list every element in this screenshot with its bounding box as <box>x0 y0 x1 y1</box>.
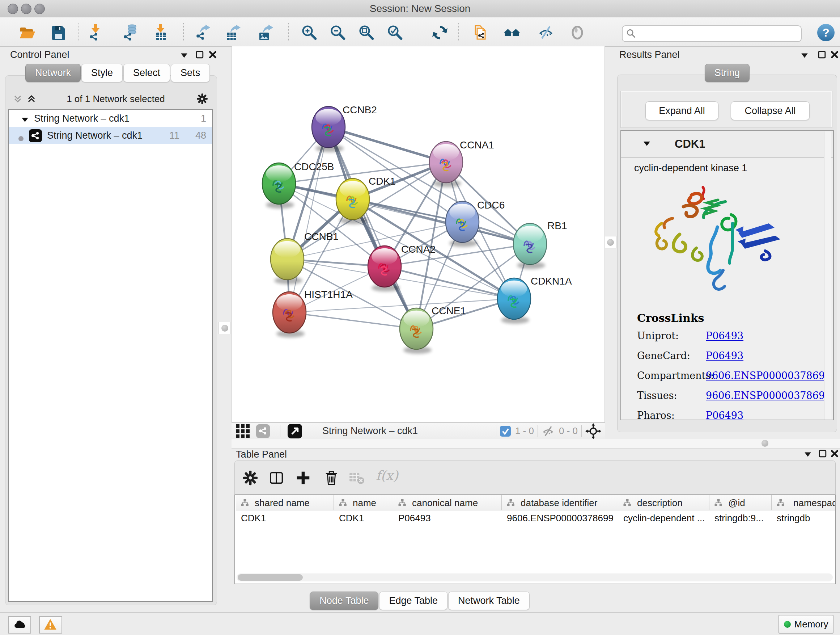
zoom-out-icon[interactable] <box>328 22 348 43</box>
show-all-icon[interactable] <box>567 22 587 43</box>
edge[interactable] <box>289 312 416 329</box>
cell[interactable]: cyclin-dependent ... <box>623 513 705 524</box>
new-network-selection-icon[interactable] <box>471 22 491 43</box>
column-header-canonical-name[interactable]: canonical name <box>393 495 502 510</box>
cell[interactable]: stringdb <box>777 513 810 524</box>
open-session-icon[interactable] <box>17 22 37 43</box>
node-RB1[interactable] <box>513 223 546 269</box>
collapse-all-icon[interactable] <box>14 95 22 103</box>
cell[interactable]: P06493 <box>398 513 431 524</box>
tab-sets[interactable]: Sets <box>171 64 210 82</box>
panel-float-icon[interactable] <box>819 450 827 458</box>
search-box[interactable] <box>622 25 802 42</box>
collapse-all-button[interactable]: Collapse All <box>731 101 810 120</box>
edge[interactable] <box>328 127 446 162</box>
results-section: CDK1 cyclin-dependent kinase 1 <box>621 130 834 420</box>
panel-close-icon[interactable] <box>209 51 217 59</box>
tab-select[interactable]: Select <box>123 64 170 82</box>
column-header-shared-name[interactable]: shared name <box>236 495 334 510</box>
node-CCNA2[interactable] <box>368 246 401 291</box>
crosslink-value[interactable]: P06493 <box>706 330 744 341</box>
hide-selection-icon[interactable] <box>536 22 556 43</box>
crosslink-value[interactable]: P06493 <box>706 350 744 361</box>
horizontal-splitter[interactable] <box>232 439 840 448</box>
crosshair-icon[interactable] <box>585 423 601 439</box>
network-row-selected[interactable]: String Network – cdk1 11 48 <box>9 127 212 144</box>
edge[interactable] <box>385 266 514 299</box>
import-network-database-icon[interactable] <box>120 22 141 43</box>
gear-icon[interactable] <box>242 470 259 486</box>
add-column-icon[interactable] <box>295 470 311 486</box>
crosslink-value[interactable]: 9606.ENSP00000378699 <box>706 390 831 401</box>
open-in-window-icon[interactable] <box>287 424 302 439</box>
column-header-namespace[interactable]: namespace <box>772 495 836 510</box>
warning-icon[interactable] <box>39 616 62 633</box>
cell[interactable]: 9606.ENSP00000378699 <box>507 513 614 524</box>
expand-all-button[interactable]: Expand All <box>645 101 718 120</box>
crosslink-value[interactable]: 9606.ENSP00000378699 <box>706 370 831 381</box>
help-icon[interactable]: ? <box>817 24 835 41</box>
cell[interactable]: CDK1 <box>339 513 364 524</box>
tab-string[interactable]: String <box>705 64 750 82</box>
zoom-in-icon[interactable] <box>299 22 319 43</box>
tab-style[interactable]: Style <box>81 64 123 82</box>
trash-icon[interactable] <box>323 470 340 486</box>
tab-network[interactable]: Network <box>25 64 81 82</box>
cell[interactable]: CDK1 <box>241 513 266 524</box>
zoom-selected-icon[interactable] <box>385 22 405 43</box>
section-collapse-icon[interactable] <box>643 141 651 148</box>
panel-float-icon[interactable] <box>196 51 204 59</box>
table-horizontal-scrollbar[interactable] <box>237 573 833 581</box>
right-splitter-handle[interactable] <box>604 236 616 249</box>
tab-network-table[interactable]: Network Table <box>448 592 530 610</box>
memory-button[interactable]: Memory <box>778 615 834 633</box>
panel-close-icon[interactable] <box>831 51 838 59</box>
column-header-name[interactable]: name <box>334 495 393 510</box>
title-bar: Session: New Session <box>0 0 840 18</box>
save-session-icon[interactable] <box>49 22 69 43</box>
panel-menu-icon[interactable] <box>804 450 812 458</box>
tab-node-table[interactable]: Node Table <box>309 592 378 610</box>
network-collection-row[interactable]: String Network – cdk1 1 <box>9 110 212 127</box>
node-CDC25B[interactable] <box>262 163 295 209</box>
selected-checkbox-icon[interactable] <box>500 426 511 437</box>
cell[interactable]: stringdb:9... <box>714 513 764 524</box>
node-HIST1H1A[interactable] <box>273 292 306 337</box>
export-table-icon[interactable] <box>223 22 243 43</box>
edge[interactable] <box>289 127 328 312</box>
node-CDKN1A[interactable] <box>497 278 531 324</box>
refresh-icon[interactable] <box>430 22 450 43</box>
node-CCNE1[interactable] <box>400 308 433 354</box>
column-header--id[interactable]: @id <box>709 495 772 510</box>
section-header[interactable]: CDK1 <box>621 131 833 158</box>
node-CCNB1[interactable] <box>271 239 304 284</box>
gear-icon[interactable] <box>196 93 208 105</box>
tab-edge-table[interactable]: Edge Table <box>379 592 447 610</box>
panel-menu-icon[interactable] <box>180 51 188 59</box>
zoom-fit-icon[interactable] <box>356 22 377 43</box>
panel-menu-icon[interactable] <box>801 51 808 59</box>
network-canvas[interactable]: CCNB2CCNA1CDC25BCDK1CDC6RB1CCNB1CCNA2CDK… <box>232 46 605 423</box>
grid-icon[interactable] <box>236 424 249 438</box>
expand-all-icon[interactable] <box>27 95 35 103</box>
crosslink-value[interactable]: P06493 <box>706 410 744 421</box>
left-splitter-handle[interactable] <box>218 322 231 334</box>
cloud-icon[interactable] <box>8 616 31 633</box>
columns-icon[interactable] <box>268 470 285 486</box>
export-network-icon[interactable] <box>193 22 213 43</box>
import-table-file-icon[interactable] <box>150 22 171 43</box>
first-neighbors-icon[interactable] <box>502 22 522 43</box>
panel-close-icon[interactable] <box>831 450 838 458</box>
search-input[interactable] <box>639 28 797 40</box>
column-header-database-identifier[interactable]: database identifier <box>502 495 618 510</box>
node-table: shared namenamecanonical namedatabase id… <box>234 494 836 584</box>
node-CCNB2[interactable] <box>312 106 345 152</box>
hidden-eye-icon[interactable] <box>542 424 554 438</box>
share-icon[interactable] <box>256 424 270 438</box>
tree-expand-icon[interactable] <box>21 115 29 122</box>
panel-float-icon[interactable] <box>818 51 826 59</box>
column-header-description[interactable]: description <box>618 495 709 510</box>
export-image-icon[interactable] <box>256 22 276 43</box>
results-scrollbar[interactable] <box>824 131 831 420</box>
import-network-file-icon[interactable] <box>85 22 106 43</box>
